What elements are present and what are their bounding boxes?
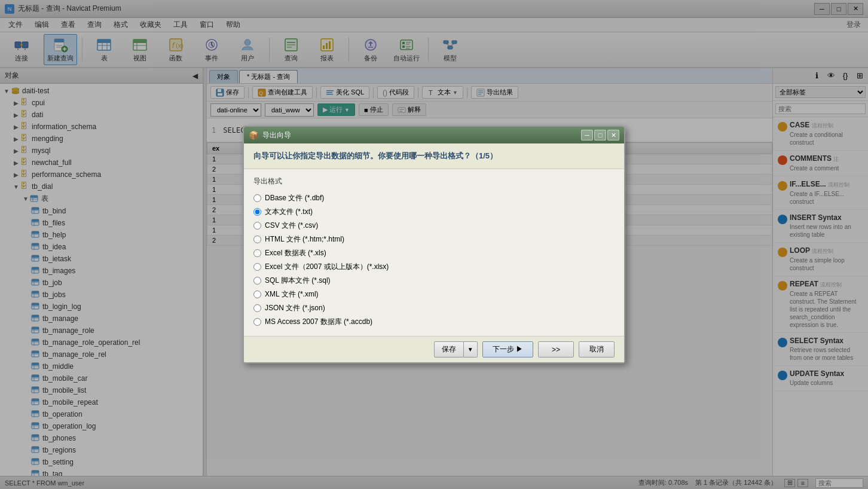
- export-wizard-overlay: 📦 导出向导 ─ □ ✕ 向导可以让你指定导出数据的细节。你要使用哪一种导出格式…: [0, 0, 868, 489]
- modal-next-button[interactable]: 下一步 ▶: [482, 341, 533, 357]
- export-format-label: 导出格式: [253, 176, 615, 187]
- format-label-xls: Excel 数据表 (*.xls): [265, 248, 326, 258]
- format-option-json[interactable]: JSON 文件 (*.json): [253, 301, 615, 315]
- format-option-sql[interactable]: SQL 脚本文件 (*.sql): [253, 274, 615, 288]
- format-label-csv: CSV 文件 (*.csv): [265, 221, 318, 231]
- modal-maximize-btn[interactable]: □: [594, 130, 606, 140]
- format-option-txt[interactable]: 文本文件 (*.txt): [253, 205, 615, 219]
- format-option-html[interactable]: HTML 文件 (*.htm;*.html): [253, 233, 615, 246]
- format-option-dbf[interactable]: DBase 文件 (*.dbf): [253, 191, 615, 205]
- format-radio-xlsx[interactable]: [253, 263, 261, 271]
- modal-save-dropdown-btn[interactable]: ▼: [464, 341, 478, 357]
- modal-skip-button[interactable]: >>: [538, 341, 574, 357]
- format-label-accdb: MS Access 2007 数据库 (*.accdb): [265, 317, 372, 327]
- format-radio-accdb[interactable]: [253, 318, 261, 326]
- format-radio-sql[interactable]: [253, 277, 261, 285]
- format-label-dbf: DBase 文件 (*.dbf): [265, 193, 324, 203]
- modal-icon: 📦: [249, 130, 259, 140]
- format-option-xlsx[interactable]: Excel 文件（2007 或以上版本）(*.xlsx): [253, 260, 615, 274]
- format-option-csv[interactable]: CSV 文件 (*.csv): [253, 219, 615, 233]
- format-label-html: HTML 文件 (*.htm;*.html): [265, 234, 344, 244]
- format-label-json: JSON 文件 (*.json): [265, 303, 325, 313]
- format-radio-csv[interactable]: [253, 222, 261, 230]
- modal-minimize-btn[interactable]: ─: [581, 130, 593, 140]
- save-split-button: 保存 ▼: [434, 341, 478, 357]
- format-radio-dbf[interactable]: [253, 194, 261, 202]
- format-radio-xls[interactable]: [253, 249, 261, 257]
- modal-titlebar: 📦 导出向导 ─ □ ✕: [244, 127, 624, 143]
- export-wizard-modal: 📦 导出向导 ─ □ ✕ 向导可以让你指定导出数据的细节。你要使用哪一种导出格式…: [243, 126, 625, 363]
- format-radio-json[interactable]: [253, 304, 261, 312]
- format-option-xls[interactable]: Excel 数据表 (*.xls): [253, 246, 615, 260]
- format-option-accdb[interactable]: MS Access 2007 数据库 (*.accdb): [253, 315, 615, 329]
- modal-header-text: 向导可以让你指定导出数据的细节。你要使用哪一种导出格式？（1/5）: [253, 151, 497, 160]
- modal-close-buttons: ─ □ ✕: [581, 130, 619, 140]
- modal-save-button[interactable]: 保存: [434, 341, 464, 357]
- format-radio-xml[interactable]: [253, 291, 261, 298]
- format-label-xml: XML 文件 (*.xml): [265, 289, 319, 299]
- modal-cancel-button[interactable]: 取消: [579, 341, 615, 357]
- modal-body: 导出格式 DBase 文件 (*.dbf) 文本文件 (*.txt) CSV 文…: [244, 169, 624, 336]
- modal-close-btn[interactable]: ✕: [607, 130, 619, 140]
- format-radio-txt[interactable]: [253, 208, 261, 216]
- modal-footer: 保存 ▼ 下一步 ▶ >> 取消: [244, 336, 624, 362]
- format-label-txt: 文本文件 (*.txt): [265, 207, 313, 217]
- modal-title: 导出向导: [262, 130, 581, 140]
- modal-header: 向导可以让你指定导出数据的细节。你要使用哪一种导出格式？（1/5）: [244, 143, 624, 169]
- format-label-xlsx: Excel 文件（2007 或以上版本）(*.xlsx): [265, 262, 389, 272]
- format-option-xml[interactable]: XML 文件 (*.xml): [253, 288, 615, 301]
- format-radio-html[interactable]: [253, 236, 261, 243]
- format-label-sql: SQL 脚本文件 (*.sql): [265, 276, 331, 286]
- format-list: DBase 文件 (*.dbf) 文本文件 (*.txt) CSV 文件 (*.…: [253, 191, 615, 329]
